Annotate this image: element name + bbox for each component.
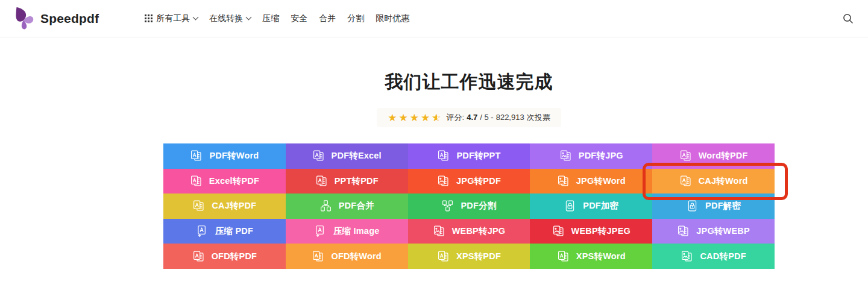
chevron-down-icon	[193, 14, 199, 20]
nav-item-split[interactable]: 分割	[347, 13, 364, 24]
nav-item-label: 分割	[347, 13, 364, 24]
tool-label: XPS转Word	[576, 251, 626, 262]
rating-votes-label: 次投票	[527, 112, 550, 123]
nav-item-online-convert[interactable]: 在线转换	[209, 13, 251, 24]
nav-item-label: 安全	[291, 13, 307, 24]
tool-ppt-to-pdf[interactable]: PPT转PDF	[286, 169, 408, 194]
tool-label: PDF转JPG	[579, 150, 623, 162]
top-nav-bar: Speedpdf 所有工具在线转换压缩安全合并分割限时优惠	[0, 0, 868, 37]
tool-label: CAJ转PDF	[212, 200, 256, 212]
tool-excel-to-pdf[interactable]: Excel转PDF	[163, 169, 286, 194]
main-nav: 所有工具在线转换压缩安全合并分割限时优惠	[145, 13, 409, 24]
tool-label: PDF解密	[705, 200, 741, 212]
tool-pdf-to-jpg[interactable]: PDF转JPG	[530, 143, 652, 169]
tool-label: PDF合并	[339, 200, 374, 212]
pdf-to-jpg-icon	[559, 149, 572, 162]
tools-grid: PDF转WordPDF转ExcelPDF转PPTPDF转JPGWord转PDFE…	[163, 143, 775, 269]
word-to-pdf-icon	[679, 149, 692, 162]
cad-to-pdf-icon	[681, 250, 693, 263]
tool-pdf-split[interactable]: PDF分割	[408, 193, 530, 219]
ppt-to-pdf-icon	[315, 175, 328, 187]
caj-to-pdf-icon	[192, 200, 205, 212]
tool-label: 压缩 PDF	[215, 225, 253, 237]
tool-label: WEBP转JPG	[452, 225, 506, 237]
tool-xps-to-pdf[interactable]: XPS转PDF	[408, 244, 530, 269]
rating-outof: / 5 -	[480, 113, 493, 122]
nav-item-all-tools[interactable]: 所有工具	[145, 13, 198, 24]
tool-pdf-to-ppt[interactable]: PDF转PPT	[408, 143, 530, 169]
jpg-to-pdf-icon	[437, 175, 450, 187]
pdf-decrypt-icon	[686, 200, 699, 212]
tool-ofd-to-word[interactable]: OFD转Word	[286, 244, 408, 269]
tool-caj-to-pdf[interactable]: CAJ转PDF	[163, 193, 286, 219]
tool-compress-image[interactable]: 压缩 Image	[286, 219, 408, 244]
webp-to-jpg-icon	[433, 225, 445, 238]
tool-cad-to-pdf[interactable]: CAD转PDF	[652, 244, 775, 269]
jpg-to-word-icon	[557, 175, 570, 187]
tool-label: 压缩 Image	[333, 225, 380, 237]
tool-label: PDF加密	[583, 200, 618, 212]
rating-badge: ★★★★★☆ 评分: 4.7 / 5 - 822,913 次投票	[377, 108, 561, 127]
tool-jpg-to-word[interactable]: JPG转Word	[530, 169, 652, 194]
main-section: 我们让工作迅速完成 ★★★★★☆ 评分: 4.7 / 5 - 822,913 次…	[0, 72, 868, 269]
tool-label: JPG转Word	[576, 175, 626, 187]
rating-label: 评分:	[447, 112, 465, 123]
tool-word-to-pdf[interactable]: Word转PDF	[652, 143, 775, 169]
star-half-icon: ★☆	[432, 113, 441, 123]
tool-label: XPS转PDF	[456, 251, 501, 262]
tool-caj-to-word[interactable]: CAJ转Word	[652, 169, 775, 194]
tool-jpg-to-webp[interactable]: JPG转WEBP	[652, 219, 775, 244]
star-full-icon: ★	[388, 113, 397, 123]
tool-pdf-decrypt[interactable]: PDF解密	[652, 193, 775, 219]
tool-compress-pdf[interactable]: 压缩 PDF	[163, 219, 286, 244]
tool-label: JPG转PDF	[456, 175, 501, 187]
apps-grid-icon	[145, 14, 153, 22]
page-title: 我们让工作迅速完成	[163, 72, 775, 92]
ofd-to-word-icon	[312, 250, 324, 263]
tool-webp-to-jpg[interactable]: WEBP转JPG	[408, 219, 530, 244]
nav-item-label: 合并	[319, 13, 336, 24]
pdf-split-icon	[441, 200, 454, 212]
star-full-icon: ★	[421, 113, 430, 123]
tool-jpg-to-pdf[interactable]: JPG转PDF	[408, 169, 530, 194]
search-button[interactable]	[840, 11, 856, 27]
tool-ofd-to-pdf[interactable]: OFD转PDF	[163, 244, 286, 269]
xps-to-pdf-icon	[437, 250, 450, 263]
tool-label: PDF转Excel	[332, 150, 382, 162]
nav-item-merge[interactable]: 合并	[319, 13, 336, 24]
tool-pdf-to-word[interactable]: PDF转Word	[163, 143, 286, 169]
nav-item-security[interactable]: 安全	[291, 13, 307, 24]
compress-image-icon	[314, 225, 327, 238]
nav-item-promo[interactable]: 限时优惠	[376, 13, 409, 24]
nav-item-label: 在线转换	[209, 13, 243, 24]
speedpdf-logo-icon	[11, 6, 35, 31]
pdf-merge-icon	[319, 200, 332, 212]
tool-label: PPT转PDF	[335, 175, 379, 187]
tool-xps-to-word[interactable]: XPS转Word	[530, 244, 652, 269]
star-full-icon: ★	[410, 113, 419, 123]
star-full-icon: ★	[399, 113, 408, 123]
compress-pdf-icon	[196, 225, 209, 238]
tool-webp-to-jpeg[interactable]: WEBP转JPEG	[530, 219, 652, 244]
nav-item-compress[interactable]: 压缩	[262, 13, 279, 24]
brand-name: Speedpdf	[40, 11, 99, 26]
caj-to-word-icon	[679, 175, 692, 187]
pdf-encrypt-icon	[564, 200, 576, 212]
pdf-to-ppt-icon	[437, 149, 450, 162]
search-icon	[843, 13, 854, 24]
tool-pdf-to-excel[interactable]: PDF转Excel	[286, 143, 408, 169]
tool-label: OFD转Word	[331, 251, 382, 262]
brand[interactable]: Speedpdf	[11, 6, 99, 31]
tool-pdf-merge[interactable]: PDF合并	[286, 193, 408, 219]
tool-label: PDF转PPT	[456, 150, 500, 162]
chevron-down-icon	[246, 14, 252, 20]
tool-label: WEBP转JPEG	[571, 225, 631, 237]
tool-label: Word转PDF	[699, 150, 748, 162]
tool-label: OFD转PDF	[212, 251, 257, 262]
tool-pdf-encrypt[interactable]: PDF加密	[530, 193, 652, 219]
nav-item-label: 限时优惠	[376, 13, 409, 24]
ofd-to-pdf-icon	[192, 250, 205, 263]
star-rating: ★★★★★☆	[388, 113, 441, 123]
tool-label: Excel转PDF	[209, 175, 259, 187]
tool-label: CAD转PDF	[700, 251, 746, 262]
